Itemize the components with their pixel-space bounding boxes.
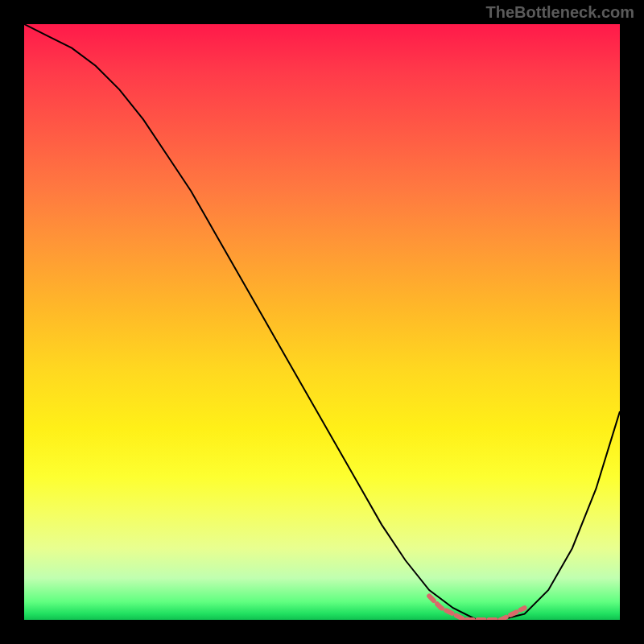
chart-svg xyxy=(24,24,620,620)
chart-plot-area xyxy=(24,24,620,620)
watermark-text: TheBottleneck.com xyxy=(486,3,634,22)
optimal-range-highlight xyxy=(429,596,524,620)
bottleneck-curve-line xyxy=(24,24,620,620)
